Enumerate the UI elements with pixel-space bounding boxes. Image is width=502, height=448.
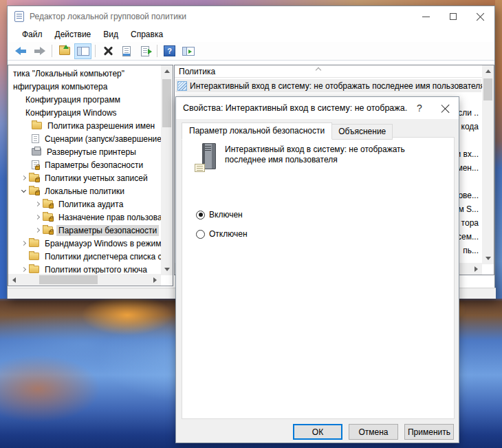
tree-item[interactable]: Сценарии (запуск/завершение): [8, 132, 161, 145]
clipped-policy-label[interactable]: м S...: [458, 204, 479, 214]
policy-server-icon: [195, 143, 222, 173]
tree-vertical-scrollbar[interactable]: [161, 65, 173, 275]
menu-item-4[interactable]: Справка: [124, 28, 169, 41]
maximize-button[interactable]: [439, 6, 467, 27]
tree-item-label: Политика разрешения имен: [45, 120, 157, 131]
menu-item-1[interactable]: Файл: [16, 28, 49, 41]
tree-scroll-left-icon[interactable]: [8, 274, 20, 286]
tab-security-setting[interactable]: Параметр локальной безопасности: [182, 122, 332, 140]
toolbar-export-list-button[interactable]: [136, 43, 153, 59]
tree-item[interactable]: Параметры безопасности: [8, 158, 161, 171]
clipped-policy-label[interactable]: кода: [461, 122, 479, 131]
gpedit-titlebar[interactable]: Редактор локальной групповой политики: [8, 6, 494, 27]
doc-lock-icon: [32, 160, 39, 169]
toolbar-toggle-console-tree-button[interactable]: [74, 43, 91, 59]
wallpaper-top-strip: [0, 0, 502, 6]
tree-item[interactable]: Локальные политики: [8, 184, 161, 198]
toolbar-forward-button[interactable]: [31, 43, 48, 59]
expander-right-icon[interactable]: [32, 215, 43, 219]
radio-option-enabled[interactable]: Включен: [196, 209, 243, 220]
tree-item-label: Политики открытого ключа: [43, 264, 149, 275]
toolbar-delete-button[interactable]: [99, 43, 116, 59]
cancel-button[interactable]: Отмена: [349, 424, 398, 440]
list-vertical-scrollbar[interactable]: [482, 65, 494, 264]
clipped-policy-label[interactable]: тора: [461, 218, 479, 228]
tree-scroll-up-icon[interactable]: [161, 65, 173, 77]
tree-item[interactable]: нфигурация компьютера: [8, 80, 161, 93]
tree-item-label: Брандмауэр Windows в режим: [43, 238, 161, 249]
dialog-buttons: ОКОтменаПрименить: [176, 424, 459, 440]
menu-item-3[interactable]: Вид: [97, 28, 124, 41]
apply-button[interactable]: Применить: [404, 424, 454, 440]
doc-icon: [32, 134, 39, 143]
tree-item[interactable]: Конфигурация Windows: [8, 106, 161, 119]
toolbar-toggle-action-pane-button[interactable]: [179, 43, 197, 59]
tree-item[interactable]: Назначение прав пользоват: [8, 211, 161, 224]
clipped-policy-label[interactable]: ове...: [458, 191, 479, 200]
console-tree-panel: тика "Локальный компьютер"нфигурация ком…: [8, 65, 173, 286]
tree-vscroll-thumb[interactable]: [162, 79, 171, 127]
close-button[interactable]: [467, 6, 494, 27]
list-scroll-down-icon[interactable]: [482, 253, 494, 264]
tab-explain[interactable]: Объяснение: [331, 124, 393, 140]
tree-item[interactable]: тика "Локальный компьютер": [8, 67, 161, 80]
dialog-titlebar[interactable]: Свойства: Интерактивный вход в систему: …: [176, 97, 459, 119]
tree-item[interactable]: Политика разрешения имен: [8, 119, 161, 132]
back-icon: [15, 47, 27, 55]
clipped-policy-label[interactable]: пь...: [463, 246, 479, 255]
tree-scroll-down-icon[interactable]: [161, 264, 173, 275]
clipped-policy-label[interactable]: мен...: [457, 163, 479, 173]
expander-right-icon[interactable]: [32, 202, 43, 206]
toolbar-help-button[interactable]: ?: [161, 43, 178, 59]
dialog-tabs: Параметр локальной безопасностиОбъяснени…: [182, 122, 392, 140]
clipped-policy-label[interactable]: сем...: [457, 232, 479, 242]
radio-unselected-icon[interactable]: [196, 230, 205, 239]
radio-label: Отключен: [209, 229, 248, 239]
desktop: Редактор локальной групповой политики Фа…: [0, 0, 502, 448]
tree-item-label: нфигурация компьютера: [11, 81, 109, 92]
toolbar: ?: [8, 42, 494, 61]
tree-horizontal-scrollbar[interactable]: [8, 274, 161, 286]
expander-right-icon[interactable]: [32, 228, 43, 232]
toolbar-separator: [157, 45, 157, 57]
expander-right-icon[interactable]: [18, 176, 29, 180]
tree-item[interactable]: Параметры безопасности: [8, 224, 161, 237]
list-vscroll-thumb[interactable]: [483, 78, 492, 100]
toolbar-back-button[interactable]: [12, 43, 30, 59]
tree-hscroll-thumb[interactable]: [39, 275, 98, 284]
dialog-close-button[interactable]: [431, 97, 459, 119]
sort-ascending-icon: [316, 67, 321, 73]
dialog-title: Свойства: Интерактивный вход в систему: …: [183, 103, 408, 113]
radio-option-disabled[interactable]: Отключен: [196, 228, 248, 239]
tree-item[interactable]: Развернутые принтеры: [8, 145, 161, 158]
tree-item[interactable]: Политики открытого ключа: [8, 263, 161, 274]
wallpaper-left-strip: [0, 0, 7, 299]
printer-icon: [32, 148, 41, 156]
list-scroll-up-icon[interactable]: [482, 65, 494, 77]
folder-icon: [29, 266, 39, 273]
expander-down-icon[interactable]: [18, 190, 29, 192]
clipped-policy-label[interactable]: сли ..: [458, 108, 479, 118]
expander-right-icon[interactable]: [18, 242, 29, 245]
clipped-policy-label[interactable]: и вх...: [457, 149, 479, 159]
list-scroll-right-icon[interactable]: [470, 263, 482, 275]
policy-list-item[interactable]: Интерактивный вход в систему: не отображ…: [175, 79, 481, 92]
dialog-help-button[interactable]: ?: [408, 97, 431, 119]
radio-selected-icon[interactable]: [196, 211, 205, 220]
tree-item[interactable]: Политика аудита: [8, 198, 161, 211]
console-tree-icon: [77, 47, 89, 56]
tree-scroll-right-icon[interactable]: [149, 274, 161, 286]
minimize-button[interactable]: [412, 6, 439, 27]
tree-item[interactable]: Брандмауэр Windows в режим: [8, 237, 161, 250]
delete-icon: [103, 46, 113, 56]
expander-right-icon[interactable]: [18, 268, 29, 271]
ok-button[interactable]: ОК: [293, 424, 342, 440]
tree-item[interactable]: Политики диспетчера списка с: [8, 250, 161, 263]
column-header-policy[interactable]: Политика: [175, 65, 482, 78]
folder-lock-icon: [43, 213, 53, 221]
toolbar-up-one-level-button[interactable]: [56, 43, 73, 59]
tree-item[interactable]: Политики учетных записей: [8, 171, 161, 184]
tree-item[interactable]: Конфигурация программ: [8, 93, 161, 106]
menu-item-2[interactable]: Действие: [49, 28, 98, 41]
toolbar-properties-button[interactable]: [118, 43, 135, 59]
